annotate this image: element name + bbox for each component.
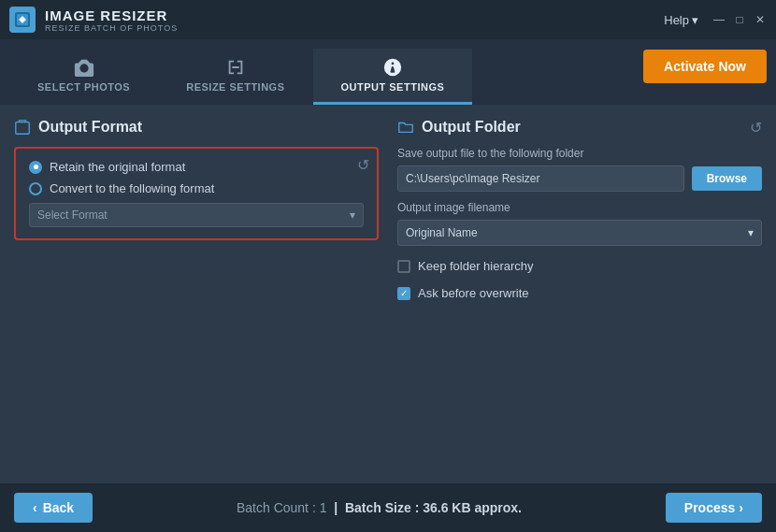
folder-input-row: C:\Users\pc\Image Resizer Browse	[397, 165, 762, 192]
convert-format-radio[interactable]	[29, 182, 42, 195]
tab-output-settings[interactable]: OUTPUT SETTINGS	[313, 49, 473, 105]
ask-before-overwrite-row[interactable]: Ask before overwrite	[397, 286, 762, 300]
maximize-button[interactable]: □	[733, 13, 746, 26]
retain-format-label: Retain the original format	[50, 160, 185, 174]
keep-folder-hierarchy-checkbox[interactable]	[397, 260, 410, 273]
keep-folder-hierarchy-label: Keep folder hierarchy	[418, 259, 534, 273]
minimize-button[interactable]: —	[712, 13, 726, 26]
filename-dropdown[interactable]: Original Name ▾	[397, 220, 762, 246]
batch-info: Batch Count : 1 | Batch Size : 36.6 KB a…	[237, 500, 522, 515]
nav-bar: SELECT PHOTOS RESIZE SETTINGS OUTPUT SET…	[0, 39, 776, 105]
title-bar-left: IMAGE RESIZER RESIZE BATCH OF PHOTOS	[9, 7, 178, 33]
close-button[interactable]: ✕	[754, 13, 767, 26]
app-subtitle: RESIZE BATCH OF PHOTOS	[45, 23, 178, 33]
browse-button[interactable]: Browse	[692, 166, 762, 191]
output-folder-header: Output Folder	[397, 119, 762, 136]
output-format-panel: Output Format ↺ Retain the original form…	[14, 119, 379, 469]
filename-dropdown-arrow-icon: ▾	[748, 226, 754, 239]
tab-select-photos-label: SELECT PHOTOS	[37, 81, 130, 93]
help-button[interactable]: Help ▾	[664, 13, 698, 27]
keep-folder-hierarchy-row[interactable]: Keep folder hierarchy	[397, 259, 762, 273]
select-format-dropdown[interactable]: Select Format ▾	[29, 203, 364, 227]
main-content: Output Format ↺ Retain the original form…	[0, 105, 776, 483]
tab-resize-settings[interactable]: RESIZE SETTINGS	[158, 49, 312, 105]
process-button[interactable]: Process ›	[666, 493, 762, 523]
select-format-placeholder: Select Format	[37, 208, 108, 222]
process-arrow-icon: ›	[739, 500, 743, 515]
title-bar: IMAGE RESIZER RESIZE BATCH OF PHOTOS Hel…	[0, 0, 776, 39]
retain-format-option[interactable]: Retain the original format	[29, 160, 364, 174]
filename-label: Output image filename	[397, 201, 762, 214]
batch-count: Batch Count : 1	[237, 500, 327, 515]
save-folder-label: Save output file to the following folder	[397, 147, 762, 160]
output-format-header: Output Format	[14, 119, 379, 136]
output-format-title: Output Format	[38, 119, 142, 136]
output-folder-panel: Output Folder ↺ Save output file to the …	[397, 119, 762, 469]
window-controls: — □ ✕	[712, 13, 767, 26]
tab-resize-settings-label: RESIZE SETTINGS	[186, 81, 284, 93]
format-options-box: ↺ Retain the original format Convert to …	[14, 147, 379, 240]
output-folder-title: Output Folder	[422, 119, 521, 136]
dropdown-arrow-icon: ▾	[350, 208, 355, 222]
back-arrow-icon: ‹	[33, 500, 37, 515]
ask-before-overwrite-label: Ask before overwrite	[418, 286, 529, 300]
batch-size: Batch Size : 36.6 KB approx.	[345, 500, 522, 515]
convert-format-option[interactable]: Convert to the following format	[29, 181, 364, 195]
svg-rect-2	[16, 122, 29, 135]
format-reset-button[interactable]: ↺	[357, 156, 369, 174]
filename-value: Original Name	[406, 226, 478, 239]
folder-path-input[interactable]: C:\Users\pc\Image Resizer	[397, 165, 684, 192]
back-button[interactable]: ‹ Back	[14, 493, 93, 523]
tab-select-photos[interactable]: SELECT PHOTOS	[9, 49, 158, 105]
ask-before-overwrite-checkbox[interactable]	[397, 287, 410, 300]
batch-separator: |	[334, 500, 338, 515]
app-title-block: IMAGE RESIZER RESIZE BATCH OF PHOTOS	[45, 7, 178, 33]
app-title: IMAGE RESIZER	[45, 7, 178, 23]
activate-now-button[interactable]: Activate Now	[643, 50, 767, 83]
folder-reset-button[interactable]: ↺	[750, 119, 762, 137]
title-bar-right: Help ▾ — □ ✕	[664, 13, 767, 27]
footer: ‹ Back Batch Count : 1 | Batch Size : 36…	[0, 483, 776, 532]
convert-format-label: Convert to the following format	[50, 181, 214, 195]
tab-output-settings-label: OUTPUT SETTINGS	[341, 81, 445, 93]
app-icon	[9, 7, 36, 33]
retain-format-radio[interactable]	[29, 161, 42, 174]
